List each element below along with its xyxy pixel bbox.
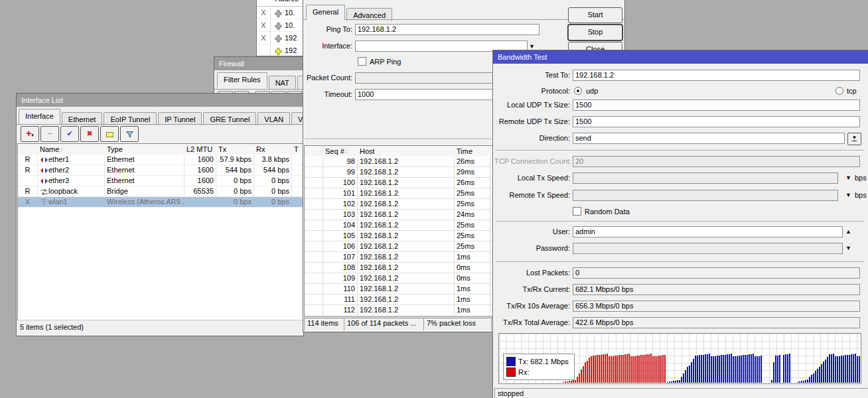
local-tx-speed-spin-icon[interactable]: ▼	[845, 173, 851, 183]
enable-button[interactable]: ✔	[60, 126, 79, 142]
direction-label: Direction:	[494, 134, 570, 142]
column-header-L2 MTU[interactable]: L2 MTU	[184, 144, 221, 155]
user-spin-icon[interactable]: ▲	[845, 227, 851, 237]
remote-udp-tx-size-input[interactable]: 1500	[573, 116, 860, 127]
column-header-Tx[interactable]: Tx	[216, 144, 259, 155]
lost-packets-input[interactable]: 0	[573, 267, 860, 279]
direction-input[interactable]: send	[573, 133, 845, 144]
list-item[interactable]: X10.	[257, 19, 303, 32]
column-header-time[interactable]: Time	[455, 146, 495, 157]
protocol-tcp-radio[interactable]	[835, 87, 843, 95]
tab-vlan[interactable]: VLAN	[257, 112, 290, 125]
stop-button[interactable]: Stop	[568, 25, 622, 40]
tab-ethernet[interactable]: Ethernet	[62, 112, 103, 125]
column-header-T[interactable]: T	[292, 144, 303, 155]
table-row[interactable]: Rether2Ethernet1600544 bps544 bps	[18, 165, 303, 176]
tx-graph-bar	[753, 354, 754, 383]
password-input[interactable]	[573, 243, 843, 254]
tab-firewall-nat[interactable]: NAT	[269, 76, 296, 89]
list-item[interactable]: X10.	[257, 7, 303, 19]
random-data-checkbox[interactable]	[573, 207, 581, 216]
cell-host: 192.168.1.2	[358, 199, 455, 209]
filter-button[interactable]	[120, 126, 139, 142]
tab-eoip-tunnel[interactable]: EoIP Tunnel	[104, 112, 157, 125]
column-header-Name[interactable]: Name∕	[38, 144, 109, 155]
list-item[interactable]: X192	[257, 32, 303, 44]
protocol-udp-radio[interactable]	[574, 87, 582, 95]
remove-button[interactable]: −	[40, 126, 59, 142]
cell-host: 192.168.1.2	[358, 210, 455, 220]
tx-graph-bar	[773, 362, 774, 383]
tx-legend-label: Tx:	[518, 358, 528, 365]
txrx-current-input[interactable]: 682.1 Mbps/0 bps	[573, 284, 860, 295]
tab-ip-tunnel[interactable]: IP Tunnel	[158, 112, 202, 125]
list-item[interactable]: 192	[257, 44, 303, 56]
test-to-input[interactable]: 192.168.1.2	[573, 70, 860, 81]
cell-l2-mtu: 1600	[184, 176, 216, 186]
password-spin-icon[interactable]: ▼	[845, 243, 851, 253]
column-header-seq-[interactable]: Seq #∕	[323, 146, 362, 157]
direction-dropdown-button[interactable]: ▼	[847, 133, 861, 145]
bandwidth-test-window[interactable]: Bandwidth Test Tx: 682.1 Mbps Rx: s	[492, 50, 868, 398]
table-row[interactable]: ether3Ethernet16000 bps0 bps	[18, 176, 303, 186]
remote-tx-speed-input[interactable]	[573, 190, 838, 201]
column-header-host[interactable]: Host	[358, 146, 459, 157]
start-button[interactable]: Start	[568, 7, 622, 23]
user-input[interactable]: admin	[573, 226, 843, 237]
table-row[interactable]: RloopbackBridge655350 bps0 bps	[18, 186, 303, 197]
rx-graph-bar	[664, 355, 666, 383]
tx-graph-bar	[717, 356, 718, 383]
tab-interface[interactable]: Interface	[19, 109, 60, 124]
tx-graph-bar	[799, 381, 800, 383]
txrx-10s-average-input[interactable]: 656.3 Mbps/0 bps	[573, 300, 860, 312]
address-column-header[interactable]: Addres	[275, 0, 303, 3]
tx-graph-bar	[771, 380, 772, 383]
cell-seq-: 103	[323, 210, 358, 220]
tx-graph-bar	[685, 370, 686, 383]
tx-graph-bar	[733, 356, 734, 383]
rx-graph-bar	[599, 355, 600, 383]
cell-rx: 0 bps	[254, 186, 292, 196]
tx-graph-bar	[723, 355, 724, 383]
cell-time: 25ms	[455, 231, 490, 241]
rx-graph-bar	[565, 381, 566, 383]
cell-host: 192.168.1.2	[358, 263, 455, 273]
tx-graph-bar	[667, 382, 668, 383]
interface-list-title[interactable]: Interface List	[17, 94, 303, 107]
firewall-title[interactable]: Firewall	[214, 57, 303, 70]
rx-graph-bar	[589, 358, 590, 383]
cell-type: Ethernet	[105, 176, 184, 186]
txrx-total-average-input[interactable]: 422.6 Mbps/0 bps	[573, 317, 860, 328]
tx-graph-bar	[731, 354, 732, 383]
rx-graph-bar	[646, 354, 648, 383]
table-row[interactable]: Rether1Ethernet160057.9 kbps3.8 kbps	[18, 155, 303, 165]
local-tx-speed-input[interactable]	[573, 172, 838, 184]
ping-to-input[interactable]: 192.168.1.2	[355, 24, 540, 35]
column-header-Type[interactable]: Type	[105, 144, 189, 155]
tx-graph-bar	[741, 356, 742, 383]
column-header-Rx[interactable]: Rx	[254, 144, 297, 155]
tab-ping-general[interactable]: General	[306, 5, 345, 20]
bandwidth-test-title[interactable]: Bandwidth Test	[493, 50, 868, 64]
tab-gre-tunnel[interactable]: GRE Tunnel	[203, 112, 256, 125]
disable-button[interactable]: ✖	[80, 126, 99, 142]
remote-tx-speed-spin-icon[interactable]: ▼	[845, 190, 851, 200]
arp-ping-checkbox[interactable]	[358, 57, 366, 66]
tx-graph-bar	[837, 356, 838, 383]
rx-graph-bar	[579, 373, 580, 383]
interface-list-window[interactable]: Interface List InterfaceEthernetEoIP Tun…	[16, 93, 304, 336]
rx-graph-bar	[581, 369, 582, 383]
firewall-window[interactable]: Firewall Filter RulesNATMan	[214, 56, 304, 96]
interface-label: Interface:	[303, 42, 352, 50]
add-button[interactable]: +▾	[21, 126, 39, 142]
local-udp-tx-size-input[interactable]: 1500	[573, 100, 860, 111]
table-row[interactable]: Xwlan1Wireless (Atheros AR9...0 bps0 bps	[18, 197, 303, 208]
txrx-total-average-label: Tx/Rx Total Average:	[494, 318, 570, 326]
comment-button[interactable]	[100, 126, 119, 142]
cell-flag: R	[18, 165, 38, 175]
tcp-connection-count-input[interactable]: 20	[573, 156, 860, 167]
tx-graph-bar	[743, 355, 744, 383]
interface-table[interactable]: Name∕TypeL2 MTUTxRxT Rether1Ethernet1600…	[17, 143, 303, 320]
tab-firewall-filter-rules[interactable]: Filter Rules	[217, 72, 267, 88]
cell-seq-: 108	[323, 263, 358, 273]
